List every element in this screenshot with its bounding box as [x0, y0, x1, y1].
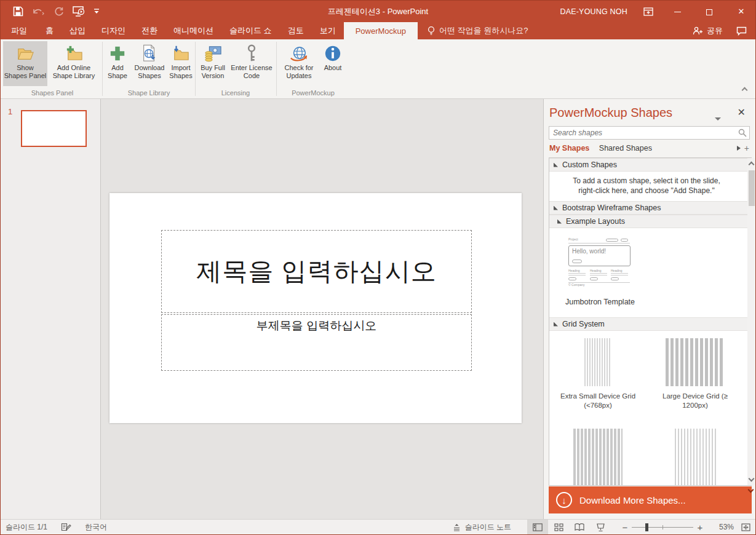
scrollbar-down-icon[interactable] [749, 476, 755, 482]
about-button[interactable]: About [320, 41, 345, 86]
ribbon-group-shapes-panel: Show Shapes Panel Add Online Shape Libra… [3, 39, 101, 98]
reading-view-button[interactable] [569, 520, 590, 534]
example-layouts-body: Project Hello, world! Heading Heading He… [549, 228, 751, 317]
language-indicator[interactable]: 한국어 [85, 522, 107, 533]
add-shape-button[interactable]: Add Shape [103, 41, 132, 86]
zoom-slider[interactable] [632, 523, 693, 531]
slide-thumbnail[interactable] [21, 110, 87, 147]
shape-search-input[interactable] [553, 127, 731, 138]
download-icon: ↓ [556, 492, 572, 508]
panel-close-icon[interactable]: ✕ [738, 108, 746, 117]
group-label-shapes-panel: Shapes Panel [3, 89, 101, 97]
tab-my-shapes[interactable]: My Shapes [549, 144, 589, 153]
tab-powermockup[interactable]: PowerMockup [344, 22, 418, 39]
grid-system-more-items [549, 420, 751, 486]
save-icon[interactable] [13, 6, 23, 17]
add-library-plus-icon[interactable]: + [744, 145, 749, 151]
subtitle-placeholder[interactable]: 부제목을 입력하십시오 [161, 314, 472, 371]
scrollbar-up-icon[interactable] [749, 162, 755, 168]
comments-icon[interactable] [736, 26, 747, 36]
status-bar: 슬라이드 1/1 한국어 슬라이드 노트 [1, 519, 755, 534]
check-for-updates-button[interactable]: Check for Updates [277, 41, 320, 86]
tab-animations[interactable]: 애니메이션 [165, 22, 221, 39]
tab-review[interactable]: 검토 [280, 22, 312, 39]
section-custom-shapes[interactable]: Custom Shapes [549, 158, 751, 172]
tab-file[interactable]: 파일 [1, 22, 38, 39]
collapse-ribbon-icon[interactable] [742, 84, 747, 95]
panel-menu-chevron-icon[interactable] [715, 112, 721, 123]
scrollbar-thumb[interactable] [749, 170, 755, 206]
open-folder-icon [16, 43, 34, 64]
section-example-layouts[interactable]: Example Layouts [549, 215, 751, 228]
shape-item-grid-4[interactable] [647, 420, 744, 486]
grid-thumbnail [675, 429, 716, 486]
expander-triangle-icon [554, 206, 558, 210]
tab-design[interactable]: 디자인 [94, 22, 133, 39]
ribbon: Show Shapes Panel Add Online Shape Libra… [1, 39, 755, 99]
download-more-shapes-button[interactable]: ↓ Download More Shapes... [549, 486, 752, 513]
section-grid-system[interactable]: Grid System [549, 317, 751, 331]
next-tab-arrow-icon[interactable] [737, 146, 741, 151]
shape-item-grid-3[interactable] [549, 420, 647, 486]
add-online-shape-library-button[interactable]: Add Online Shape Library [47, 41, 100, 86]
tell-me-box[interactable]: 어떤 작업을 원하시나요? [428, 22, 528, 39]
buy-full-version-button[interactable]: Buy Full Version [196, 41, 229, 86]
zoom-out-icon[interactable]: − [619, 522, 631, 533]
fit-slide-to-window-icon[interactable] [741, 523, 750, 531]
shape-item-xs-grid[interactable]: Extra Small Device Grid (<768px) [549, 331, 647, 420]
show-shapes-panel-button[interactable]: Show Shapes Panel [3, 41, 47, 86]
shape-item-large-grid[interactable]: Large Device Grid (≥ 1200px) [647, 331, 744, 420]
section-bootstrap-wireframe[interactable]: Bootstrap Wireframe Shapes [549, 201, 751, 215]
redo-icon[interactable] [54, 7, 64, 17]
slide-counter: 슬라이드 1/1 [6, 522, 47, 533]
start-slideshow-icon[interactable] [73, 6, 85, 17]
folder-plus-icon [64, 43, 84, 64]
lightbulb-icon [428, 26, 435, 36]
enter-license-code-button[interactable]: Enter License Code [229, 41, 274, 86]
tab-insert[interactable]: 삽입 [62, 22, 94, 39]
slide-editing-surface[interactable]: 제목을 입력하십시오 부제목을 입력하십시오 [109, 193, 522, 423]
page-globe-download-icon [141, 43, 158, 64]
minimize-button[interactable] [669, 7, 685, 16]
ribbon-display-options-icon[interactable] [643, 7, 653, 16]
tab-shared-shapes[interactable]: Shared Shapes [599, 144, 652, 153]
user-name[interactable]: DAE-YOUNG NOH [560, 7, 627, 16]
grid-system-body: Extra Small Device Grid (<768px) Large D… [549, 331, 751, 420]
tab-slideshow[interactable]: 슬라이드 쇼 [221, 22, 280, 39]
notes-toggle[interactable]: 슬라이드 노트 [453, 522, 511, 533]
group-label-powermockup: PowerMockup [277, 89, 349, 97]
jumbotron-template-thumbnail[interactable]: Project Hello, world! Heading Heading He… [567, 235, 633, 285]
editing-canvas: 제목을 입력하십시오 부제목을 입력하십시오 [101, 99, 543, 520]
maximize-button[interactable] [701, 7, 717, 16]
zoom-slider-handle[interactable] [645, 523, 648, 531]
expander-triangle-icon [557, 220, 562, 224]
close-button[interactable]: ✕ [733, 7, 749, 16]
download-shapes-button[interactable]: Download Shapes [132, 41, 167, 86]
undo-icon[interactable] [32, 7, 46, 16]
normal-view-button[interactable] [527, 520, 548, 534]
slide-sorter-view-button[interactable] [548, 520, 569, 534]
zoom-level[interactable]: 53% [709, 523, 734, 531]
tab-home[interactable]: 홈 [38, 22, 62, 39]
panel-tabs: My Shapes Shared Shapes + [549, 144, 750, 156]
notes-label: 슬라이드 노트 [465, 522, 511, 533]
panel-scrollbar[interactable] [747, 158, 756, 485]
info-icon [324, 43, 341, 64]
import-shapes-button[interactable]: Import Shapes [167, 41, 194, 86]
zoom-in-icon[interactable]: + [694, 522, 706, 533]
ribbon-tab-row: 파일 홈 삽입 디자인 전환 애니메이션 슬라이드 쇼 검토 보기 PowerM… [1, 22, 755, 39]
ribbon-group-powermockup: Check for Updates About PowerMockup [277, 39, 349, 98]
search-icon[interactable] [738, 129, 747, 137]
tab-transitions[interactable]: 전환 [133, 22, 165, 39]
tab-view[interactable]: 보기 [312, 22, 344, 39]
proofing-icon[interactable] [61, 523, 71, 531]
share-button[interactable]: 공유 [693, 25, 723, 36]
xs-grid-thumbnail [584, 338, 611, 386]
notes-icon [453, 523, 461, 531]
expander-triangle-icon [554, 163, 558, 167]
slideshow-view-button[interactable] [590, 520, 611, 534]
ribbon-group-licensing: Buy Full Version Enter License Code Lice… [196, 39, 275, 98]
title-placeholder[interactable]: 제목을 입력하십시오 [161, 230, 472, 313]
slide-number: 1 [8, 107, 12, 116]
customize-quick-access-icon[interactable] [94, 8, 100, 15]
